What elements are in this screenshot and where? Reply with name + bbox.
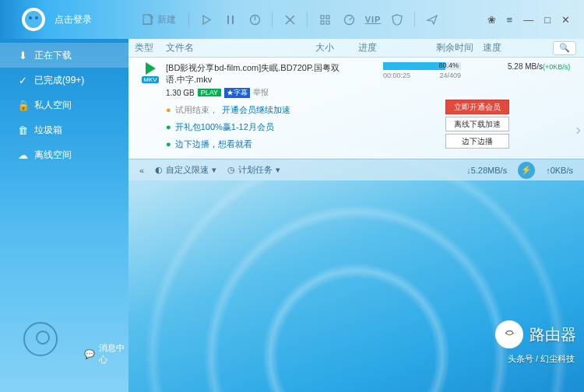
chevron-left-icon[interactable]: « [139,166,144,175]
login-text: 点击登录 [55,13,92,26]
col-name[interactable]: 文件名 [166,41,315,54]
svg-rect-10 [326,16,329,19]
report-link[interactable]: 举报 [253,87,269,98]
speed-cell: 5.28 MB/s(+0KB/s) [508,62,578,98]
pause-icon [226,15,235,25]
promo-link[interactable]: 开通会员继续加速 [222,104,290,116]
chevron-down-icon: ▾ [212,165,216,175]
avatar-icon [22,8,45,31]
sidebar-item-label: 离线空间 [34,149,72,162]
gauge-icon [343,14,355,26]
dot-icon: ● [166,105,171,114]
sidebar-item-completed[interactable]: ✓已完成(99+) [0,68,128,93]
progress-bar: 80.4% [383,62,461,70]
speed-limit-button[interactable]: ◐自定义限速▾ [155,164,216,176]
branding-sub: 头条号 / 幻尘科技 [508,353,575,365]
play-triangle-icon [146,62,156,75]
router-text: 路由器 [529,324,576,345]
sidebar-item-label: 垃圾箱 [34,124,62,137]
dot-icon: ● [166,122,171,131]
delete-button[interactable] [279,9,301,30]
file-icon: MKV [135,62,166,98]
new-task-button[interactable]: 新建 [136,9,182,30]
column-headers: 类型 文件名 大小 进度 剩余时间 速度 🔍 [128,39,584,58]
branding-router: ⌔ 路由器 [495,320,576,348]
grid-icon [320,15,330,25]
play-while-download-button[interactable]: 边下边播 [445,134,509,149]
task-row[interactable]: MKV [BD影视分享bd-film.com]失眠.BD720P.国粤双语.中字… [128,58,584,101]
promo-link[interactable]: 开礼包100%赢1-12月会员 [175,121,274,133]
chevron-down-icon: ▾ [276,165,280,175]
progress-percent: 80.4% [438,61,459,69]
close-button[interactable]: ✕ [561,14,570,26]
sidebar-item-trash[interactable]: 🗑垃圾箱 [0,117,128,142]
speed-extra: (+0KB/s) [543,63,570,71]
x-icon [285,15,295,25]
new-icon [142,14,153,25]
separator [188,12,189,27]
login-area[interactable]: 点击登录 [0,8,128,31]
skin-button[interactable]: ❀ [487,14,496,26]
restart-icon [249,14,261,26]
elapsed-time: 00:00:25 [383,72,410,79]
status-bar: « ◐自定义限速▾ ◷计划任务▾ ↓5.28MB/s ⚡ ↑0KB/s [128,159,584,180]
promo-link[interactable]: 边下边播，想看就看 [175,138,252,150]
speed-value: 5.28 [508,62,522,71]
trash-icon: 🗑 [17,124,29,136]
download-speed: ↓5.28MB/s [466,166,507,175]
sidebar-item-downloading[interactable]: ⬇正在下载 [0,43,128,68]
restart-button[interactable] [244,9,266,30]
toolbar: 新建 VIP [128,9,487,30]
wifi-icon: ⌔ [495,320,523,348]
bolt-icon: ⚡ [521,165,532,175]
message-center[interactable]: 💬消息中心 [84,342,128,366]
sidebar-item-private[interactable]: 🔒私人空间 [0,93,128,117]
start-button[interactable] [195,9,217,30]
svg-rect-11 [321,21,324,24]
search-input[interactable]: 🔍 [553,41,576,55]
check-icon: ✓ [17,75,29,86]
sidebar-item-label: 私人空间 [34,99,72,112]
promo-area: 立即开通会员 离线下载加速 边下边播 ●试用结束，开通会员继续加速 ●开礼包10… [128,101,584,159]
col-speed[interactable]: 速度 [483,41,553,54]
grid-button[interactable] [314,9,336,30]
vip-icon: VIP [365,15,382,24]
separator [414,12,415,27]
plan-label: 计划任务 [238,164,273,176]
play-badge[interactable]: PLAY [198,89,221,96]
col-remain[interactable]: 剩余时间 [436,41,483,54]
buy-vip-button[interactable]: 立即开通会员 [445,100,509,114]
plan-task-button[interactable]: ◷计划任务▾ [227,164,280,176]
send-icon [427,14,438,26]
file-size: 1.30 GB [166,89,195,97]
message-label: 消息中心 [99,342,128,366]
progress-fill [383,62,445,70]
accel-circle-button[interactable]: ⚡ [518,162,535,179]
next-arrow[interactable]: › [575,121,581,138]
dot-icon: ● [166,139,171,149]
minimize-button[interactable]: — [523,14,533,26]
share-button[interactable] [421,9,443,30]
sidebar-item-label: 已完成(99+) [34,74,84,87]
promo-text: 试用结束， [175,104,218,116]
shield-button[interactable] [386,9,408,30]
col-size[interactable]: 大小 [315,41,358,54]
sidebar-item-label: 正在下载 [34,49,72,62]
accelerate-button[interactable] [338,9,360,30]
clock-icon: ◷ [227,165,235,175]
speed-unit: MB/s [525,62,543,71]
offline-accel-button[interactable]: 离线下载加速 [445,117,509,131]
sidebar-item-offline[interactable]: ☁离线空间 [0,142,128,167]
svg-rect-12 [326,21,329,24]
chat-icon: 💬 [84,349,95,359]
col-type[interactable]: 类型 [135,41,166,54]
pause-button[interactable] [220,9,241,30]
watermark-logo [23,322,66,380]
vip-button[interactable]: VIP [362,9,384,30]
col-progress[interactable]: 进度 [358,41,436,54]
subtitle-badge[interactable]: 字幕 [224,88,250,98]
lock-icon: 🔒 [17,100,29,111]
pieces-count: 24/409 [439,72,461,79]
maximize-button[interactable]: □ [544,14,551,26]
menu-button[interactable]: ≡ [507,14,513,26]
